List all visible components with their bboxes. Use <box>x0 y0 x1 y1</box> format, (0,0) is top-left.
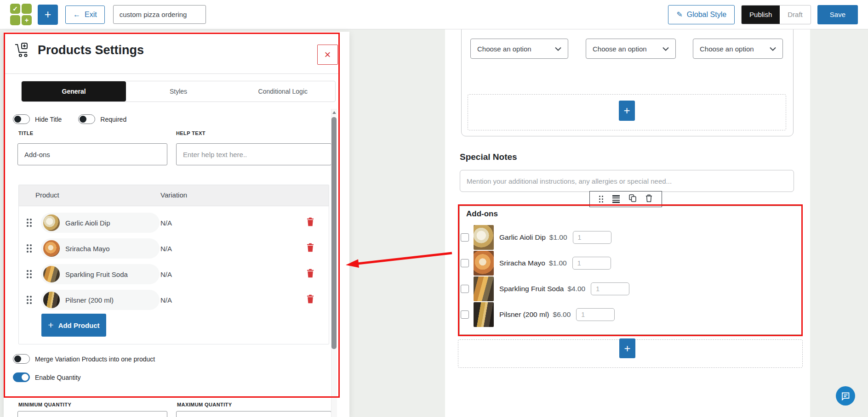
addon-checkbox[interactable] <box>461 233 469 242</box>
tab-styles[interactable]: Styles <box>126 81 230 101</box>
product-photo <box>474 276 494 301</box>
close-icon[interactable]: × <box>317 45 338 65</box>
addon-qty-input[interactable] <box>576 308 615 321</box>
variation-value: N/A <box>160 245 172 253</box>
table-row: Sriracha Mayo N/A <box>19 236 329 261</box>
addon-item: Sparkling Fruit Soda $4.00 <box>461 276 629 302</box>
addon-qty-input[interactable] <box>591 282 629 295</box>
tab-conditional-logic[interactable]: Conditional Logic <box>231 81 335 101</box>
form-name-input[interactable] <box>113 5 206 24</box>
modal-title: Products Settings <box>38 43 144 57</box>
variation-value: N/A <box>160 270 172 278</box>
addon-price: $4.00 <box>567 285 585 293</box>
cart-icon <box>15 43 31 57</box>
settings-tabs: General Styles Conditional Logic <box>21 81 336 102</box>
chat-bubble-icon <box>840 391 851 401</box>
addon-checkbox[interactable] <box>461 259 469 267</box>
modal-scrollbar-thumb[interactable] <box>331 117 337 349</box>
required-toggle[interactable] <box>78 114 95 124</box>
table-row: Sparkling Fruit Soda N/A <box>19 261 329 287</box>
option-dropdown-3[interactable]: Choose an option <box>693 39 783 59</box>
add-field-button[interactable]: + <box>619 338 635 358</box>
trash-icon[interactable] <box>307 243 314 254</box>
chevron-down-icon <box>770 47 776 51</box>
back-arrow-icon: ← <box>73 11 80 19</box>
pencil-icon: ✎ <box>676 10 682 19</box>
product-name: Sriracha Mayo <box>65 245 110 253</box>
duplicate-icon[interactable] <box>629 194 636 204</box>
trash-icon[interactable] <box>307 269 314 280</box>
product-pill: Garlic Aioli Dip <box>41 213 160 233</box>
title-input[interactable] <box>17 143 167 165</box>
product-photo <box>43 214 60 231</box>
enable-quantity-label: Enable Quantity <box>35 374 81 381</box>
col-product: Product <box>35 191 59 199</box>
add-product-button[interactable]: + Add Product <box>41 314 106 337</box>
min-quantity-input[interactable]: 1 <box>17 411 167 417</box>
merge-toggle-row: Merge Variation Products into one produc… <box>13 354 155 364</box>
field-toolbar <box>589 191 662 207</box>
dropdown-label: Choose an option <box>593 45 647 53</box>
support-chat-button[interactable] <box>836 386 855 406</box>
max-quantity-label: MAXIMUM QUANTITY <box>177 402 232 407</box>
col-variation: Variation <box>160 191 187 199</box>
variation-value: N/A <box>160 296 172 304</box>
addon-checkbox[interactable] <box>461 285 469 293</box>
drag-handle-icon[interactable] <box>27 270 32 278</box>
publish-option[interactable]: Publish <box>742 6 780 24</box>
merge-variation-toggle[interactable] <box>13 354 30 364</box>
global-style-button[interactable]: ✎ Global Style <box>668 5 735 24</box>
help-text-input[interactable] <box>176 143 331 165</box>
min-quantity-label: MINIMUM QUANTITY <box>18 402 71 407</box>
new-form-button[interactable]: + <box>38 5 58 25</box>
chevron-down-icon <box>555 47 561 51</box>
add-option-button[interactable]: + <box>619 101 635 121</box>
field-settings-icon[interactable] <box>612 195 620 203</box>
hide-title-toggle[interactable] <box>13 114 30 124</box>
trash-icon[interactable] <box>307 218 314 228</box>
trash-icon[interactable] <box>307 295 314 305</box>
product-name: Sparkling Fruit Soda <box>65 270 128 278</box>
enable-quantity-toggle[interactable] <box>13 372 30 382</box>
drag-handle-icon[interactable] <box>27 219 32 227</box>
addon-name: Pilsner (200 ml) <box>499 310 549 319</box>
header-divider <box>4 73 340 74</box>
product-photo <box>474 225 494 250</box>
plus-icon: + <box>48 320 53 331</box>
addon-checkbox[interactable] <box>461 310 469 319</box>
save-button[interactable]: Save <box>817 5 858 24</box>
special-notes-input[interactable] <box>460 170 794 192</box>
exit-button[interactable]: ← Exit <box>65 6 105 24</box>
chevron-down-icon <box>662 47 669 51</box>
drag-handle-icon[interactable] <box>599 196 604 203</box>
addon-qty-input[interactable] <box>572 257 611 270</box>
addon-price: $6.00 <box>553 310 571 319</box>
addon-qty-input[interactable] <box>573 231 611 244</box>
addon-item: Sriracha Mayo $1.00 <box>461 250 629 276</box>
product-pill: Sparkling Fruit Soda <box>41 264 160 284</box>
product-photo <box>474 251 494 276</box>
top-bar-actions: ✎ Global Style Publish Draft Save <box>668 5 858 24</box>
app-logo[interactable]: ✓ + <box>10 4 32 26</box>
option-dropdown-1[interactable]: Choose an option <box>470 39 568 59</box>
add-product-label: Add Product <box>58 321 100 329</box>
option-dropdown-2[interactable]: Choose an option <box>586 39 676 59</box>
logo-check-icon: ✓ <box>10 4 20 14</box>
tab-general[interactable]: General <box>22 81 126 101</box>
addon-name: Garlic Aioli Dip <box>499 233 546 242</box>
drag-handle-icon[interactable] <box>27 296 32 304</box>
merge-variation-label: Merge Variation Products into one produc… <box>35 355 155 363</box>
draft-option[interactable]: Draft <box>780 6 811 24</box>
dropdown-label: Choose an option <box>477 45 531 53</box>
addons-items: Garlic Aioli Dip $1.00 Sriracha Mayo $1.… <box>461 225 629 327</box>
help-text-label: HELP TEXT <box>176 130 206 136</box>
addon-price: $1.00 <box>549 259 567 267</box>
table-row: Pilsner (200 ml) N/A <box>19 287 329 313</box>
max-quantity-input[interactable]: 100 <box>176 411 331 417</box>
scrollbar-up-arrow[interactable] <box>332 111 336 114</box>
drag-handle-icon[interactable] <box>27 244 32 253</box>
delete-field-icon[interactable] <box>645 194 652 204</box>
product-name: Garlic Aioli Dip <box>65 219 110 227</box>
products-settings-modal: Products Settings × General Styles Condi… <box>4 32 349 417</box>
form-builder-app: Choose an option Choose an option Choose… <box>0 0 868 417</box>
